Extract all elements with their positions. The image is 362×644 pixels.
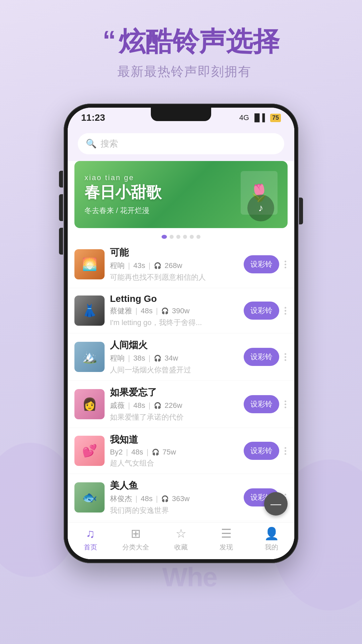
search-icon: 🔍 [86, 139, 97, 149]
nav-item-首页[interactable]: ♫ 首页 [68, 527, 113, 552]
whe-watermark: Whe [162, 562, 217, 593]
song-actions: 设彩铃 [244, 255, 288, 273]
play-count: 268w [165, 261, 182, 270]
set-ringtone-button[interactable]: 设彩铃 [244, 348, 279, 366]
artist-name: By2 [110, 448, 123, 457]
song-thumbnail: 👗 [74, 296, 105, 326]
play-count: 75w [163, 448, 176, 457]
set-ringtone-button[interactable]: 设彩铃 [244, 442, 279, 460]
play-count: 390w [172, 307, 190, 315]
song-title: 我知道 [110, 433, 238, 446]
nav-label-分类大全: 分类大全 [122, 543, 149, 552]
song-info: Letting Go 蔡健雅 | 48s | 🎧 390w I'm lettin… [110, 293, 238, 328]
more-dot-3 [285, 313, 286, 315]
set-ringtone-button[interactable]: 设彩铃 [244, 302, 279, 320]
more-options-button[interactable] [283, 399, 288, 410]
list-item[interactable]: 💕 我知道 By2 | 48s | 🎧 75w 超人气女组合 设彩铃 [68, 428, 294, 474]
song-title: 美人鱼 [110, 479, 238, 492]
song-thumbnail: 💕 [74, 436, 105, 466]
list-item[interactable]: 🏔️ 人间烟火 程响 | 38s | 🎧 34w 人间一场烟火你曾盛开过 设彩铃 [68, 333, 294, 381]
phone-screen: 11:23 4G ▐▌▌ 75 🔍 搜索 [68, 108, 294, 559]
float-button[interactable]: — [264, 492, 288, 516]
list-item[interactable]: 🐟 美人鱼 林俊杰 | 48s | 🎧 363w 我们两的安逸世界 设彩铃 [68, 474, 294, 521]
song-info: 如果爱忘了 戚薇 | 48s | 🎧 226w 如果爱懂了承诺的代价 [110, 386, 238, 422]
dot-5 [190, 235, 194, 239]
duration: 48s [141, 307, 153, 315]
song-info: 人间烟火 程响 | 38s | 🎧 34w 人间一场烟火你曾盛开过 [110, 339, 238, 375]
song-description: I'm letting go，我终于舍得... [110, 318, 238, 328]
song-thumbnail: 🌅 [74, 249, 105, 279]
artist-name: 程响 [110, 353, 125, 363]
song-thumbnail: 🐟 [74, 482, 105, 513]
more-options-button[interactable] [283, 259, 288, 270]
nav-label-发现: 发现 [220, 543, 233, 552]
volume-down-button [59, 228, 63, 255]
banner[interactable]: xiao tian ge 春日小甜歌 冬去春来 / 花开烂漫 🌷 ♪ [74, 161, 288, 228]
play-count: 363w [172, 494, 190, 503]
artist-name: 程响 [110, 261, 125, 271]
song-title: 如果爱忘了 [110, 386, 238, 399]
set-ringtone-button[interactable]: 设彩铃 [244, 255, 279, 273]
set-ringtone-button[interactable]: 设彩铃 [244, 395, 279, 413]
dot-2 [170, 235, 174, 239]
artist-name: 戚薇 [110, 400, 125, 411]
banner-text: xiao tian ge 春日小甜歌 冬去春来 / 花开烂漫 [84, 173, 234, 216]
more-options-button[interactable] [283, 306, 288, 316]
banner-small-text: xiao tian ge [84, 173, 234, 182]
song-title: 人间烟火 [110, 339, 238, 352]
dot-1 [162, 235, 167, 239]
list-item[interactable]: 👗 Letting Go 蔡健雅 | 48s | 🎧 390w I'm lett… [68, 288, 294, 333]
search-bar-container: 🔍 搜索 [68, 128, 294, 160]
page-title: 炫酷铃声选择 [119, 27, 280, 56]
more-dot-3 [285, 267, 286, 268]
nav-item-我的[interactable]: 👤 我的 [249, 527, 294, 552]
nav-item-分类大全[interactable]: ⊞ 分类大全 [113, 527, 158, 552]
song-info: 可能 程响 | 43s | 🎧 268w 可能再也找不到愿意相信的人 [110, 246, 238, 282]
battery-indicator: 75 [270, 114, 281, 122]
nav-item-收藏[interactable]: ☆ 收藏 [158, 527, 203, 552]
artist-name: 林俊杰 [110, 494, 132, 504]
separator2: | [156, 494, 158, 503]
duration: 38s [133, 354, 145, 363]
nav-icon-首页: ♫ [86, 527, 95, 541]
duration: 48s [131, 448, 143, 457]
more-dot-1 [285, 447, 286, 449]
more-options-button[interactable] [283, 446, 288, 456]
separator2: | [148, 261, 150, 270]
song-description: 我们两的安逸世界 [110, 505, 238, 516]
headphone-icon: 🎧 [154, 402, 161, 409]
song-info: 美人鱼 林俊杰 | 48s | 🎧 363w 我们两的安逸世界 [110, 479, 238, 516]
song-description: 可能再也找不到愿意相信的人 [110, 272, 238, 282]
separator: | [128, 261, 130, 270]
song-title: 可能 [110, 246, 238, 259]
volume-up-button [59, 194, 63, 221]
song-actions: 设彩铃 [244, 395, 288, 413]
more-dot-1 [285, 353, 286, 355]
search-bar[interactable]: 🔍 搜索 [78, 133, 284, 154]
separator: | [135, 307, 137, 315]
banner-title: xiao tian ge 春日小甜歌 [84, 173, 234, 203]
more-dot-1 [285, 261, 286, 262]
nav-icon-我的: 👤 [264, 527, 279, 541]
more-options-button[interactable] [283, 352, 288, 362]
song-meta: 蔡健雅 | 48s | 🎧 390w [110, 306, 238, 316]
separator: | [128, 401, 130, 410]
headphone-icon: 🎧 [154, 355, 161, 362]
quote-mark: “ [89, 27, 116, 54]
banner-dots [68, 231, 294, 241]
header-area: “ 炫酷铃声选择 最新最热铃声即刻拥有 [0, 0, 362, 90]
separator2: | [148, 354, 150, 363]
dot-4 [183, 235, 187, 239]
more-dot-3 [285, 453, 286, 455]
song-meta: By2 | 48s | 🎧 75w [110, 448, 238, 457]
nav-item-发现[interactable]: ☰ 发现 [204, 527, 249, 552]
search-input[interactable]: 搜索 [101, 138, 118, 150]
more-dot-3 [285, 359, 286, 361]
main-content: xiao tian ge 春日小甜歌 冬去春来 / 花开烂漫 🌷 ♪ [68, 161, 294, 559]
song-description: 超人气女组合 [110, 458, 238, 468]
song-thumbnail: 👩 [74, 389, 105, 419]
headphone-icon: 🎧 [154, 262, 161, 269]
list-item[interactable]: 🌅 可能 程响 | 43s | 🎧 268w 可能再也找不到愿意相信的人 设彩铃 [68, 241, 294, 288]
notch [151, 108, 211, 121]
list-item[interactable]: 👩 如果爱忘了 戚薇 | 48s | 🎧 226w 如果爱懂了承诺的代价 设彩铃 [68, 381, 294, 428]
